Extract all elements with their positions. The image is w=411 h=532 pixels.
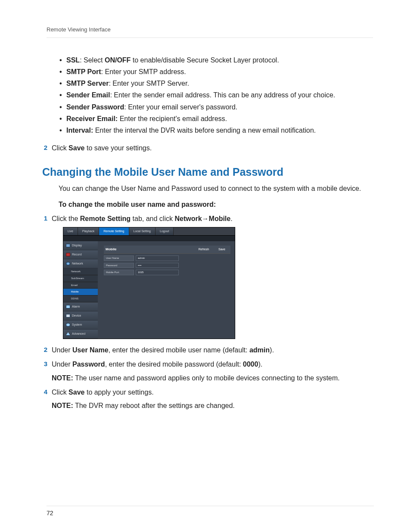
step-text: , enter the desired mobile user name (de… xyxy=(109,346,249,354)
page-number: 72 xyxy=(47,506,374,517)
section-intro: You can change the User Name and Passwor… xyxy=(59,184,373,193)
step-number: 2 xyxy=(38,143,47,152)
sidebar-item-alarm[interactable]: Alarm xyxy=(63,302,98,311)
step-bold: Save xyxy=(68,144,84,152)
field-label: Mobile Port xyxy=(104,270,134,275)
tab-logout[interactable]: Logout xyxy=(156,227,174,235)
step-number: 2 xyxy=(38,345,47,355)
bullet-item: SSL: Select ON/OFF to enable/disable Sec… xyxy=(59,55,373,65)
bullet-term: SSL xyxy=(66,56,80,64)
screenshot: LivePlaybackRemote SettingLocal SettingL… xyxy=(63,227,235,339)
bullet-mid: ON/OFF xyxy=(105,56,131,64)
bullet-term: Receiver Email: xyxy=(66,115,118,122)
step-3: 3 Under Password, enter the desired mobi… xyxy=(38,359,373,369)
tab-remote-setting[interactable]: Remote Setting xyxy=(99,227,129,235)
step-text: Click xyxy=(52,144,68,152)
step-text: , enter the desired mobile password (def… xyxy=(105,361,243,368)
sidebar-item-system[interactable]: System xyxy=(63,320,98,330)
step-bold: 0000 xyxy=(243,361,258,368)
note-label: NOTE: xyxy=(52,402,73,409)
note-body: The DVR may reboot after the settings ar… xyxy=(73,402,235,409)
form-row: User Nameadmin xyxy=(104,255,230,261)
dev-icon xyxy=(66,314,70,317)
bullet-body: : Enter your email server's password. xyxy=(124,103,237,111)
bullet-body: Enter the interval the DVR waits before … xyxy=(93,127,316,134)
step-bold: Network xyxy=(174,215,202,222)
step-bold: Password xyxy=(72,361,105,368)
sidebar-item-label: Device xyxy=(72,314,81,318)
password-input[interactable]: •••• xyxy=(136,263,179,268)
mobile-port-input[interactable]: 1025 xyxy=(136,270,179,275)
sidebar-sub-ddns[interactable]: DDNS xyxy=(63,296,98,302)
note-body: The user name and password applies only … xyxy=(73,374,340,382)
bullet-body: : Enter the sender email address. This c… xyxy=(110,91,335,99)
step-text: Click the xyxy=(52,215,80,222)
sidebar-sub-mobile[interactable]: Mobile xyxy=(63,289,98,296)
bullet-term: Sender Password xyxy=(66,103,124,111)
bullet-body: Enter the recipient's email address. xyxy=(118,115,227,122)
refresh-button[interactable]: Refresh xyxy=(195,247,213,252)
tab-bar: LivePlaybackRemote SettingLocal SettingL… xyxy=(63,227,235,236)
form-row: Mobile Port1025 xyxy=(104,270,230,275)
sidebar-item-network[interactable]: Network xyxy=(63,259,98,268)
user-name-input[interactable]: admin xyxy=(136,255,179,261)
step-text: Under xyxy=(52,346,72,354)
sidebar-item-display[interactable]: Display xyxy=(63,241,98,250)
step-number: 1 xyxy=(38,214,47,223)
step-text: to save your settings. xyxy=(84,144,152,152)
sidebar: DisplayRecordNetworkNetworkSubStreamEmai… xyxy=(63,241,98,339)
bullet-tail: to enable/disable Secure Socket Layer pr… xyxy=(131,56,279,64)
step-text: Click xyxy=(52,389,68,396)
step-4: 4 Click Save to apply your settings. xyxy=(38,387,373,397)
bullet-item: Sender Email: Enter the sender email add… xyxy=(59,90,373,100)
bullet-item: Receiver Email: Enter the recipient's em… xyxy=(59,114,373,124)
field-label: User Name xyxy=(104,255,134,261)
tab-live[interactable]: Live xyxy=(63,227,78,235)
globe-icon xyxy=(66,262,70,265)
sidebar-item-label: Advanced xyxy=(72,332,85,336)
bullet-body: : Enter your SMTP Server. xyxy=(109,80,189,87)
sidebar-item-label: System xyxy=(72,323,82,327)
red-icon xyxy=(66,253,70,256)
sidebar-sub-network[interactable]: Network xyxy=(63,268,98,275)
section-heading: Changing the Mobile User Name and Passwo… xyxy=(42,164,373,180)
step-text: ). xyxy=(270,346,274,354)
sidebar-sub-substream[interactable]: SubStream xyxy=(63,275,98,282)
bullet-body: : Select xyxy=(80,56,105,64)
sidebar-item-label: Record xyxy=(72,252,82,257)
gear-icon xyxy=(66,323,70,327)
step-number: 4 xyxy=(38,387,47,397)
step-text: . xyxy=(230,215,232,222)
sidebar-sub-email[interactable]: Email xyxy=(63,282,98,289)
step-2: 2 Under User Name, enter the desired mob… xyxy=(38,345,373,355)
step-text: Under xyxy=(52,361,72,368)
form-row: Password•••• xyxy=(104,263,230,268)
bullet-term: Sender Email xyxy=(66,91,110,99)
step-text: ). xyxy=(258,361,262,368)
bullet-term: SMTP Server xyxy=(66,80,109,87)
step-save: 2 Click Save to save your settings. xyxy=(38,143,373,153)
panel-title: Mobile xyxy=(106,247,140,252)
display-icon xyxy=(66,244,70,247)
sidebar-item-label: Network xyxy=(72,261,83,266)
note: NOTE: The user name and password applies… xyxy=(52,373,373,383)
step-bold: User Name xyxy=(72,346,109,354)
tab-playback[interactable]: Playback xyxy=(78,227,99,235)
step-1: 1 Click the Remote Setting tab, and clic… xyxy=(38,214,373,224)
tab-local-setting[interactable]: Local Setting xyxy=(129,227,156,235)
save-button[interactable]: Save xyxy=(215,247,229,252)
step-bold: Mobile xyxy=(209,215,231,222)
step-bold: admin xyxy=(249,346,270,354)
panel: Mobile Refresh Save User NameadminPasswo… xyxy=(98,241,235,339)
bullet-item: SMTP Server: Enter your SMTP Server. xyxy=(59,78,373,88)
sidebar-item-advanced[interactable]: Advanced xyxy=(63,330,98,339)
bullet-list: SSL: Select ON/OFF to enable/disable Sec… xyxy=(59,55,373,135)
sidebar-item-label: Display xyxy=(72,243,82,248)
bullet-item: Interval: Enter the interval the DVR wai… xyxy=(59,125,373,135)
step-bold: Save xyxy=(68,389,84,396)
sidebar-item-record[interactable]: Record xyxy=(63,250,98,259)
sidebar-item-device[interactable]: Device xyxy=(63,311,98,320)
bullet-item: SMTP Port: Enter your SMTP address. xyxy=(59,67,373,77)
field-label: Password xyxy=(104,263,134,268)
bullet-body: : Enter your SMTP address. xyxy=(101,68,186,75)
